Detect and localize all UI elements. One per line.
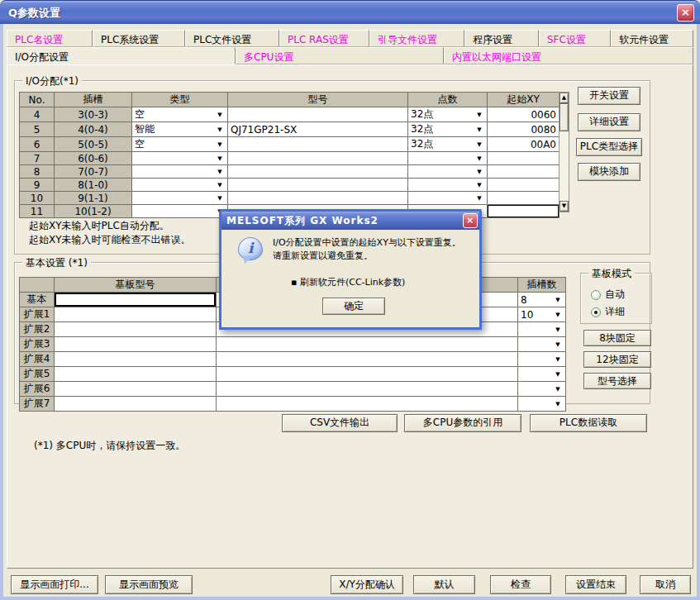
scroll-down-icon[interactable]: ▼ (560, 201, 569, 212)
radio-icon[interactable] (591, 290, 601, 300)
chevron-down-icon[interactable]: ▼ (553, 398, 563, 410)
button-设置结束[interactable]: 设置结束 (565, 575, 626, 594)
base-mid-cell[interactable] (217, 382, 518, 397)
io-points-dropdown[interactable]: 32点▼ (408, 122, 488, 137)
tab-引导文件设置[interactable]: 引导文件设置 (369, 30, 464, 47)
button-12块固定[interactable]: 12块固定 (583, 351, 651, 368)
io-startxy-cell[interactable] (488, 179, 560, 192)
io-startxy-cell[interactable]: 0080 (488, 122, 560, 137)
chevron-down-icon[interactable]: ▼ (553, 354, 563, 365)
window-titlebar[interactable]: Q参数设置 × (0, 0, 700, 24)
button-显示画面预览[interactable]: 显示画面预览 (105, 575, 193, 594)
base-mid-cell[interactable] (217, 352, 518, 367)
chevron-down-icon[interactable]: ▼ (553, 294, 563, 306)
chevron-down-icon[interactable]: ▼ (553, 324, 563, 336)
button-开关设置[interactable]: 开关设置 (578, 87, 640, 105)
close-icon[interactable]: × (677, 4, 694, 21)
tab-PLC RAS设置[interactable]: PLC RAS设置 (279, 30, 369, 47)
ok-button[interactable]: 确定 (322, 298, 385, 315)
io-points-dropdown[interactable]: 32点▼ (408, 137, 488, 152)
base-model-cell[interactable] (55, 352, 217, 367)
io-type-dropdown[interactable]: ▼ (132, 165, 228, 179)
chevron-down-icon[interactable]: ▼ (474, 166, 484, 178)
tab-PLC系统设置[interactable]: PLC系统设置 (93, 30, 185, 47)
chevron-down-icon[interactable]: ▼ (215, 109, 225, 121)
base-slots-dropdown[interactable]: ▼ (518, 352, 566, 367)
io-type-dropdown[interactable]: 空▼ (132, 107, 228, 122)
chevron-down-icon[interactable]: ▼ (215, 179, 225, 191)
io-table-scrollbar[interactable]: ▲ ▼ (559, 92, 569, 212)
radio-自动[interactable]: 自动 (591, 288, 625, 302)
base-model-cell[interactable] (55, 382, 217, 397)
chevron-down-icon[interactable]: ▼ (215, 166, 225, 178)
chevron-down-icon[interactable]: ▼ (474, 153, 484, 164)
io-model-cell[interactable]: QJ71GP21-SX (228, 122, 408, 137)
base-slots-dropdown[interactable]: 8▼ (518, 293, 566, 307)
scroll-up-icon[interactable]: ▲ (560, 93, 569, 103)
button-检查[interactable]: 检查 (490, 575, 551, 594)
base-model-cell[interactable] (55, 307, 217, 322)
tab-SFC设置[interactable]: SFC设置 (539, 30, 611, 47)
chevron-down-icon[interactable]: ▼ (474, 179, 484, 191)
tab-多CPU设置[interactable]: 多CPU设置 (236, 47, 444, 64)
io-type-dropdown[interactable]: ▼ (132, 192, 228, 205)
button-详细设置[interactable]: 详细设置 (578, 113, 640, 131)
button-显示画面打印...[interactable]: 显示画面打印... (11, 575, 98, 594)
chevron-down-icon[interactable]: ▼ (553, 369, 563, 380)
io-model-cell[interactable] (228, 152, 408, 165)
button-型号选择[interactable]: 型号选择 (583, 373, 651, 389)
button-多CPU参数的引用[interactable]: 多CPU参数的引用 (404, 414, 521, 432)
tab-软元件设置[interactable]: 软元件设置 (611, 30, 693, 47)
io-points-dropdown[interactable]: ▼ (408, 192, 488, 205)
chevron-down-icon[interactable]: ▼ (215, 139, 225, 150)
base-slots-dropdown[interactable]: ▼ (518, 382, 566, 397)
io-points-dropdown[interactable]: ▼ (408, 179, 488, 192)
tab-程序设置[interactable]: 程序设置 (464, 30, 539, 47)
base-slots-dropdown[interactable]: ▼ (518, 367, 566, 382)
base-mid-cell[interactable] (217, 337, 518, 352)
io-model-cell[interactable] (228, 179, 408, 192)
io-points-dropdown[interactable]: 32点▼ (408, 107, 488, 122)
tab-PLC文件设置[interactable]: PLC文件设置 (185, 30, 279, 47)
io-model-cell[interactable] (228, 137, 408, 152)
base-model-cell[interactable] (55, 337, 217, 352)
base-model-cell[interactable] (55, 367, 217, 382)
chevron-down-icon[interactable]: ▼ (215, 153, 225, 164)
button-PLC数据读取[interactable]: PLC数据读取 (530, 414, 647, 432)
io-startxy-cell[interactable]: 00A0 (488, 137, 560, 152)
chevron-down-icon[interactable]: ▼ (215, 193, 225, 204)
io-startxy-cell[interactable] (488, 152, 560, 165)
io-startxy-cell[interactable] (488, 205, 560, 218)
base-slots-dropdown[interactable]: ▼ (518, 397, 566, 412)
button-X/Y分配确认[interactable]: X/Y分配确认 (331, 575, 403, 594)
button-取消[interactable]: 取消 (640, 575, 691, 594)
chevron-down-icon[interactable]: ▼ (474, 109, 484, 121)
button-8块固定[interactable]: 8块固定 (583, 330, 651, 346)
io-type-dropdown[interactable]: 智能▼ (132, 122, 228, 137)
chevron-down-icon[interactable]: ▼ (474, 124, 484, 136)
io-startxy-cell[interactable] (488, 165, 560, 179)
scrollbar-thumb[interactable] (560, 103, 569, 131)
io-model-cell[interactable] (228, 107, 408, 122)
tab-内置以太网端口设置[interactable]: 内置以太网端口设置 (444, 47, 693, 64)
io-type-dropdown[interactable]: ▼ (132, 179, 228, 192)
chevron-down-icon[interactable]: ▼ (474, 139, 484, 150)
base-model-cell[interactable] (55, 397, 217, 412)
base-mid-cell[interactable] (217, 367, 518, 382)
io-type-dropdown[interactable]: 空▼ (132, 137, 228, 152)
io-startxy-cell[interactable] (488, 192, 560, 205)
io-startxy-cell[interactable]: 0060 (488, 107, 560, 122)
base-model-cell[interactable] (55, 322, 217, 337)
chevron-down-icon[interactable]: ▼ (474, 193, 484, 204)
chevron-down-icon[interactable]: ▼ (553, 309, 563, 321)
radio-详细[interactable]: 详细 (591, 305, 625, 319)
button-模块添加[interactable]: 模块添加 (578, 163, 640, 181)
dialog-close-icon[interactable]: × (463, 213, 478, 228)
chevron-down-icon[interactable]: ▼ (553, 383, 563, 395)
io-type-dropdown[interactable]: ▼ (132, 152, 228, 165)
base-slots-dropdown[interactable]: 10▼ (518, 307, 566, 322)
chevron-down-icon[interactable]: ▼ (215, 124, 225, 136)
tab-I/O分配设置[interactable]: I/O分配设置 (7, 47, 236, 64)
base-model-cell[interactable] (55, 293, 217, 307)
button-默认[interactable]: 默认 (413, 575, 475, 594)
